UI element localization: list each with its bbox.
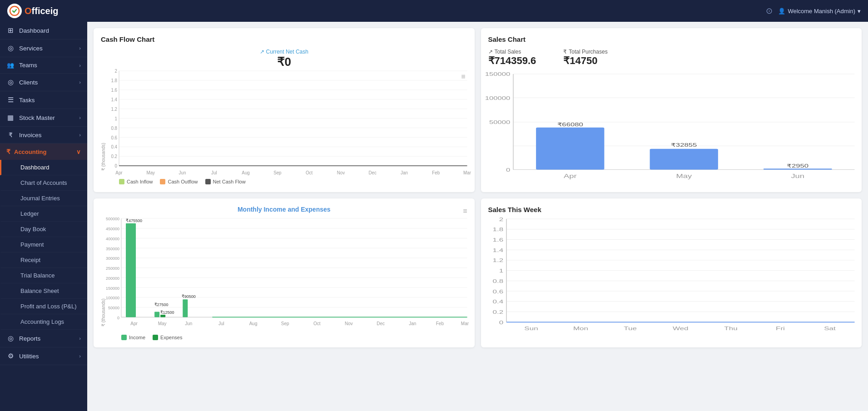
svg-text:50000: 50000 [108,305,119,310]
svg-text:Nov: Nov [337,170,345,175]
svg-text:₹27500: ₹27500 [154,302,169,307]
svg-text:Mar: Mar [463,170,471,175]
svg-text:Apr: Apr [563,173,576,179]
svg-text:Sep: Sep [281,321,289,326]
svg-text:450000: 450000 [106,226,119,231]
monthly-menu-icon[interactable]: ≡ [376,207,467,215]
sidebar-item-teams[interactable]: 👥 Teams › [0,57,87,74]
svg-text:Dec: Dec [377,321,385,326]
svg-text:Jan: Jan [409,321,416,326]
sidebar-sub-chart-of-accounts[interactable]: Chart of Accounts [0,175,87,191]
total-purchases-label: ₹ Total Purchases [563,49,607,55]
user-chevron: ▾ [858,8,861,15]
svg-text:0.4: 0.4 [492,299,503,305]
topnav-right: ⊙ 👤 Welcome Manish (Admin) ▾ [766,6,861,16]
chevron-icon: › [79,79,81,85]
sidebar-sub-payment[interactable]: Payment [0,237,87,253]
svg-text:150000: 150000 [485,71,510,77]
sidebar-item-stock-master[interactable]: ▦ Stock Master › [0,109,87,127]
cash-flow-summary: ↗ Current Net Cash ₹0 [101,49,467,69]
svg-text:Dec: Dec [368,170,376,175]
sidebar-item-tasks[interactable]: ☰ Tasks [0,91,87,109]
svg-text:1: 1 [115,116,118,121]
svg-text:₹32855: ₹32855 [671,142,697,148]
svg-text:1.8: 1.8 [111,78,117,83]
services-icon: ◎ [6,44,15,52]
sidebar-sub-profit-loss[interactable]: Profit and Loss (P&L) [0,299,87,314]
svg-text:200000: 200000 [106,275,119,280]
svg-text:Aug: Aug [249,321,258,326]
sidebar-sub-ledger[interactable]: Ledger [0,206,87,222]
svg-text:Sun: Sun [524,326,538,332]
svg-text:Nov: Nov [345,321,353,326]
sidebar-sub-balance-sheet[interactable]: Balance Sheet [0,283,87,299]
svg-text:₹90500: ₹90500 [182,294,196,299]
reports-icon: ◎ [6,334,15,342]
cash-flow-title: Cash Flow Chart [101,35,467,43]
total-sales-value: ₹714359.6 [488,55,536,67]
sales-week-svg: 2 1.8 1.6 1.4 1.2 1 0.8 0.6 0.4 0.2 0 Su… [506,219,855,332]
svg-text:1.2: 1.2 [492,257,503,263]
sidebar-sub-receipt[interactable]: Receipt [0,253,87,268]
svg-text:350000: 350000 [106,246,119,251]
user-icon: 👤 [778,8,785,15]
sidebar-item-services[interactable]: ◎ Services › [0,40,87,57]
total-purchases-stat: ₹ Total Purchases ₹14750 [563,49,607,67]
svg-text:400000: 400000 [106,236,119,241]
sidebar-item-invoices[interactable]: ₹ Invoices › [0,127,87,144]
svg-text:Tue: Tue [624,326,637,332]
monthly-legend: Income Expenses [121,335,467,340]
svg-text:250000: 250000 [106,266,119,271]
sidebar-item-label: Reports [19,335,74,342]
cash-flow-legend: Cash Inflow Cash Outflow Net Cash Flow [119,179,467,184]
sidebar-sub-journal-entries[interactable]: Journal Entries [0,191,87,206]
svg-text:Mar: Mar [461,321,469,326]
sidebar-item-label: Clients [19,79,74,86]
sidebar-sub-trial-balance[interactable]: Trial Balance [0,268,87,283]
svg-text:500000: 500000 [106,216,119,221]
svg-text:50000: 50000 [489,119,510,125]
sidebar-item-dashboard[interactable]: ⊞ Dashboard [0,22,87,40]
chart-menu-icon[interactable]: ≡ [461,73,465,81]
logo: Officeig [7,4,58,18]
sidebar-item-utilities[interactable]: ⚙ Utilities › [0,347,87,365]
legend-cash-outflow: Cash Outflow [160,179,198,184]
user-label: Welcome Manish (Admin) [788,8,855,15]
sidebar-item-label: Tasks [19,97,81,104]
svg-text:2: 2 [499,216,503,222]
cash-flow-svg: 2 1.8 1.6 1.4 1.2 1 0.8 0.6 0.4 0.2 0 Ap… [119,71,467,175]
legend-cash-inflow: Cash Inflow [119,179,153,184]
svg-text:₹66080: ₹66080 [557,121,583,127]
svg-text:1.2: 1.2 [111,107,117,112]
sidebar-sub-accounting-logs[interactable]: Accounting Logs [0,314,87,330]
legend-income: Income [121,335,145,340]
sidebar-item-reports[interactable]: ◎ Reports › [0,330,87,347]
sales-chart-svg: 150000 100000 50000 0 ₹66080 ₹32855 ₹295… [513,74,855,183]
sales-week-card: Sales This Week [481,198,862,347]
total-sales-stat: ↗ Total Sales ₹714359.6 [488,49,536,67]
monthly-title: Monthly Income and Expenses [193,206,376,213]
svg-text:Sat: Sat [824,326,836,332]
settings-icon[interactable]: ⊙ [766,6,773,16]
total-sales-label: ↗ Total Sales [488,49,536,55]
monthly-header: Monthly Income and Expenses ≡ [101,206,467,217]
legend-inflow-color [119,179,124,184]
topnav: Officeig ⊙ 👤 Welcome Manish (Admin) ▾ [0,0,868,22]
legend-expenses: Expenses [153,335,182,340]
user-menu[interactable]: 👤 Welcome Manish (Admin) ▾ [778,8,861,15]
svg-text:May: May [158,321,167,326]
sidebar-item-label: Utilities [19,353,74,360]
svg-text:Fri: Fri [776,326,785,332]
legend-net-cash-flow: Net Cash Flow [205,179,246,184]
svg-text:0.4: 0.4 [111,144,117,149]
sidebar-item-label: Invoices [19,132,74,139]
sidebar-sub-day-book[interactable]: Day Book [0,222,87,237]
accounting-section[interactable]: ₹ Accounting ∨ [0,144,87,160]
sidebar-sub-dashboard[interactable]: Dashboard [0,160,87,175]
sales-summary: ↗ Total Sales ₹714359.6 ₹ Total Purchase… [488,49,855,67]
utilities-icon: ⚙ [6,352,15,360]
dashboard-icon: ⊞ [6,26,15,35]
teams-icon: 👥 [6,62,15,69]
sidebar-item-label: Dashboard [19,27,81,34]
sidebar-item-clients[interactable]: ◎ Clients › [0,74,87,91]
